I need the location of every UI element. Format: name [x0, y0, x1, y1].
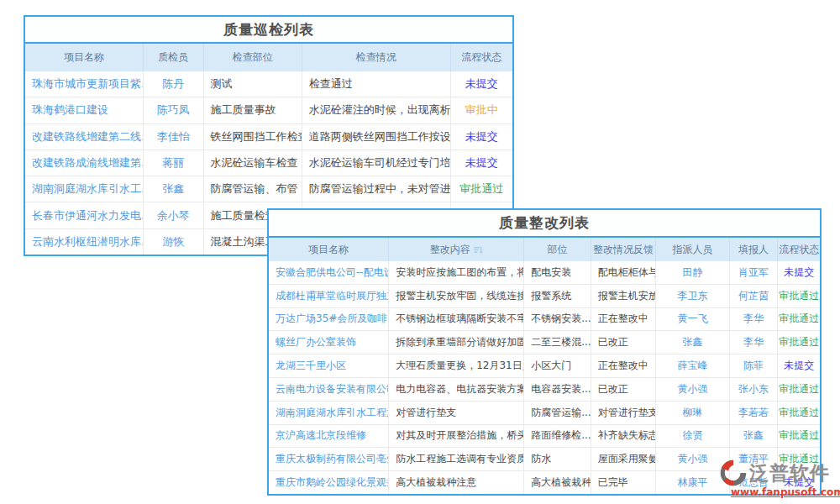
project-link[interactable]: 成都杜甫草堂临时展厅独立展...	[269, 285, 389, 307]
project-link[interactable]: 万达广场35#会所及咖啡厅空...	[269, 308, 389, 331]
col-header-feedback: 整改情况反馈	[591, 238, 657, 261]
inspection-table-title: 质量巡检列表	[25, 17, 512, 44]
assignee-link[interactable]: 薛宝峰	[656, 354, 729, 377]
col-header-status: 流程状态	[451, 44, 512, 71]
content-cell: 电力电容器、电抗器安装方案,...	[389, 378, 524, 401]
situation-cell: 道路两侧铁丝网围挡工作按设计...	[302, 124, 451, 150]
inspector-link[interactable]: 李佳怡	[144, 124, 203, 150]
assignee-link[interactable]: 黄小强	[656, 378, 729, 401]
part-cell: 不锈钢安装...	[524, 308, 591, 331]
filler-link[interactable]: 张小东	[730, 378, 779, 401]
status-badge: 审批通过	[778, 331, 820, 354]
table-row: 珠海鹤港口建设 陈巧凤 施工质量事故 水泥砼灌注的时候，出现离析现象 审批中	[25, 97, 512, 123]
project-link[interactable]: 改建铁路线增建第二线...	[25, 124, 144, 150]
inspector-link[interactable]: 陈巧凤	[144, 97, 203, 123]
col-header-assignee: 指派人员	[656, 238, 729, 261]
content-cell: 高大植被栽种注意	[389, 471, 524, 494]
status-badge: 未提交	[451, 124, 512, 150]
sort-icon[interactable]	[474, 245, 483, 255]
feedback-cell: 补齐缺失标志...	[591, 425, 657, 448]
col-header-project: 项目名称	[25, 44, 144, 71]
project-link[interactable]: 安徽合肥供电公司--配电设备...	[269, 261, 389, 284]
project-link[interactable]: 龙湖三千里小区	[269, 354, 389, 377]
filler-link[interactable]: 陈菲	[730, 354, 779, 377]
filler-link[interactable]: 肖亚军	[730, 261, 779, 284]
filler-link[interactable]: 李若若	[730, 402, 779, 424]
situation-cell: 检查通过	[302, 71, 451, 97]
feedback-cell: 配电柜柜体与...	[591, 261, 657, 284]
col-header-project: 项目名称	[269, 238, 389, 261]
filler-link[interactable]: 张鑫	[730, 425, 779, 448]
assignee-link[interactable]: 李卫东	[656, 285, 729, 307]
project-link[interactable]: 改建铁路成渝线增建第...	[25, 150, 144, 176]
rectify-table-card: 质量整改列表 项目名称 整改内容 部位	[267, 208, 822, 496]
project-link[interactable]: 长春市伊通河水力发电...	[25, 202, 144, 228]
project-link[interactable]: 湖南洞庭湖水库引水工程施工标	[269, 402, 389, 424]
part-cell: 防水	[524, 448, 591, 470]
project-link[interactable]: 珠海市城市更新项目紫...	[25, 71, 144, 97]
project-link[interactable]: 云南电力设备安装有限公司20...	[269, 378, 389, 401]
status-badge: 未提交	[451, 150, 512, 176]
feedback-cell: 已完毕	[591, 471, 657, 494]
inspector-link[interactable]: 蒋丽	[144, 150, 203, 176]
col-header-inspector: 质检员	[144, 44, 204, 71]
status-badge: 未提交	[451, 71, 512, 97]
status-badge: 未提交	[778, 261, 820, 284]
content-cell: 报警主机安放牢固，线缆连接...	[389, 285, 524, 307]
filler-link[interactable]: 何芷茵	[730, 285, 779, 307]
inspector-link[interactable]: 游恢	[144, 229, 203, 255]
fanpu-watermark: 泛普软件 www.fanpusoft.com	[717, 456, 840, 502]
table-row: 安徽合肥供电公司--配电设备... 安装时应按施工图的布置，将... 配电安装 …	[269, 261, 820, 285]
content-cell: 拆除到承重墙部分请做好加固...	[389, 331, 524, 354]
inspection-table-header: 项目名称 质检员 检查部位 检查情况 流程状态	[25, 44, 512, 71]
part-cell: 报警系统	[524, 285, 591, 307]
content-cell: 安装时应按施工图的布置，将...	[389, 261, 524, 284]
table-row: 改建铁路线增建第二线... 李佳怡 铁丝网围挡工作检查 道路两侧铁丝网围挡工作按…	[25, 124, 512, 150]
col-header-content-sortable[interactable]: 整改内容	[389, 238, 524, 261]
assignee-link[interactable]: 黄一飞	[656, 308, 729, 331]
part-cell: 二至三楼混...	[524, 331, 591, 354]
col-header-status: 流程状态	[778, 238, 820, 261]
table-row: 万达广场35#会所及咖啡厅空... 不锈钢边框玻璃隔断安装不牢... 不锈钢安装…	[269, 308, 820, 332]
status-badge: 审批中	[451, 97, 512, 123]
assignee-link[interactable]: 柳琳	[656, 402, 729, 424]
status-badge: 审批通过	[778, 402, 820, 424]
part-cell: 小区大门	[524, 354, 591, 377]
inspector-link[interactable]: 余小琴	[144, 202, 203, 228]
filler-link[interactable]: 李华	[730, 331, 779, 354]
assignee-link[interactable]: 田静	[656, 261, 729, 284]
part-cell: 防腐管运输、布管	[204, 176, 302, 202]
status-badge: 审批通过	[451, 176, 512, 202]
feedback-cell: 正在整改中	[591, 354, 657, 377]
situation-cell: 防腐管运输过程中，未对管进行...	[302, 176, 451, 202]
project-link[interactable]: 重庆市鹅岭公园绿化景观提升...	[269, 471, 389, 494]
content-cell: 对管进行垫支	[389, 402, 524, 424]
content-cell: 大理石质量更换，12月31日之...	[389, 354, 524, 377]
project-link[interactable]: 螺丝厂办公室装饰	[269, 331, 389, 354]
inspector-link[interactable]: 张鑫	[144, 176, 203, 202]
assignee-link[interactable]: 张鑫	[656, 331, 729, 354]
project-link[interactable]: 湖南洞庭湖水库引水工...	[25, 176, 144, 202]
filler-link[interactable]: 李华	[730, 308, 779, 331]
inspector-link[interactable]: 陈丹	[144, 71, 203, 97]
fanpu-url-text: www.fanpusoft.com	[731, 486, 840, 498]
project-link[interactable]: 重庆太极制药有限公司亳州中...	[269, 448, 389, 470]
part-cell: 防腐管运输...	[524, 402, 591, 424]
table-row: 云南电力设备安装有限公司20... 电力电容器、电抗器安装方案,... 电容器安…	[269, 378, 820, 402]
project-link[interactable]: 京沪高速北京段维修	[269, 425, 389, 448]
project-link[interactable]: 云南水利枢纽潜明水库...	[25, 229, 144, 255]
feedback-cell: 已改正	[591, 378, 657, 401]
feedback-cell: 屋面采用聚氨...	[591, 448, 657, 470]
table-row: 京沪高速北京段维修 对其及时开展整治措施，桥头... 路面维修检... 补齐缺失…	[269, 425, 820, 449]
assignee-link[interactable]: 徐贤	[656, 425, 729, 448]
col-header-content-label: 整改内容	[430, 243, 470, 257]
part-cell: 水泥砼运输车检查	[204, 150, 302, 176]
feedback-cell: 已改正	[591, 331, 657, 354]
part-cell: 施工质量事故	[204, 97, 302, 123]
project-link[interactable]: 珠海鹤港口建设	[25, 97, 144, 123]
table-row: 螺丝厂办公室装饰 拆除到承重墙部分请做好加固... 二至三楼混... 已改正 张…	[269, 331, 820, 354]
rectify-table-title: 质量整改列表	[269, 210, 820, 238]
situation-cell: 水泥砼运输车司机经过专门培训...	[302, 150, 451, 176]
status-badge: 审批通过	[778, 308, 820, 331]
status-badge: 审批通过	[778, 425, 820, 448]
